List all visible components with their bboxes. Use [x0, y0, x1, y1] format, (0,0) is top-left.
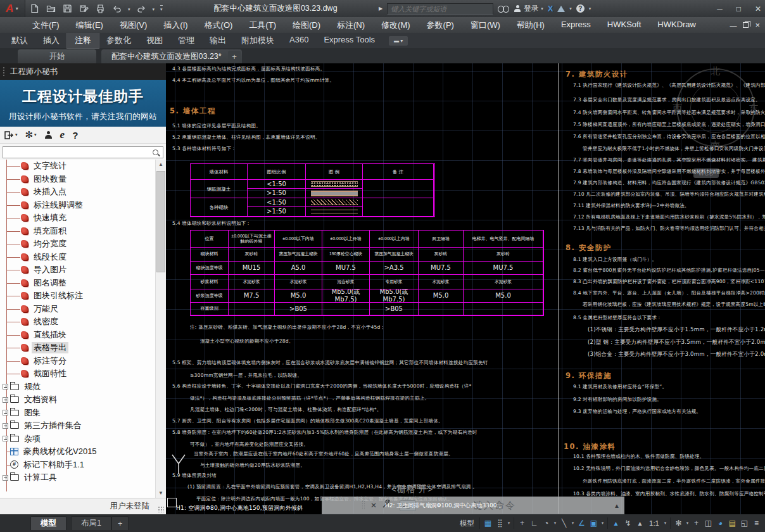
annotation-autoscale-icon[interactable]: ↯	[622, 516, 634, 530]
menu-item[interactable]: 文件(F)	[24, 18, 68, 33]
separator[interactable]	[607, 517, 608, 529]
model-tab[interactable]: 模型	[30, 516, 66, 530]
customize-qat-icon[interactable]: ▾	[160, 5, 163, 12]
ribbon-tab[interactable]: 插入	[35, 33, 67, 48]
expand-icon[interactable]	[3, 436, 8, 441]
new-file-icon[interactable]	[29, 3, 40, 14]
dynamic-input-icon[interactable]: +	[516, 516, 528, 530]
menu-item[interactable]: 格式(O)	[196, 18, 241, 33]
tree-item[interactable]: # 计算工具	[0, 471, 166, 484]
account-user-icon[interactable]	[44, 131, 53, 139]
palette-title[interactable]: 工程师小秘书	[0, 63, 166, 80]
close-button[interactable]: ✕	[755, 4, 761, 13]
menu-item[interactable]: 编辑(E)	[68, 18, 111, 33]
minimize-button[interactable]: ─	[717, 4, 723, 13]
resize-grip-icon[interactable]	[158, 506, 164, 512]
polar-tracking-icon[interactable]: ◔	[540, 516, 552, 530]
separator[interactable]	[670, 517, 671, 529]
menu-item[interactable]: 帮助(H)	[509, 18, 553, 33]
tree-item[interactable]: # 杂项	[0, 433, 166, 446]
hardware-accel-icon[interactable]: ◕	[714, 516, 726, 530]
ribbon-tab[interactable]: 输出	[202, 33, 234, 48]
menu-item[interactable]: 参数(P)	[419, 18, 462, 33]
tree-item[interactable]: # 导入图片	[0, 263, 166, 277]
palette-grip-icon[interactable]	[3, 66, 5, 77]
maximize-button[interactable]: □	[737, 4, 741, 13]
crosshair-icon[interactable]: +	[690, 516, 702, 530]
scroll-up-icon[interactable]: ▲	[156, 160, 166, 169]
expand-icon[interactable]	[3, 423, 8, 429]
annotation-scale-value[interactable]: 1:1	[646, 516, 662, 530]
tree-item[interactable]: # 填充面积	[0, 225, 166, 238]
expand-search-icon[interactable]: ▶	[379, 6, 382, 11]
tree-item[interactable]: # 截面特性	[0, 367, 166, 381]
menu-item[interactable]: 标注(N)	[329, 18, 373, 33]
plot-icon[interactable]	[95, 3, 106, 14]
menu-item[interactable]: 插入(I)	[155, 18, 196, 33]
scroll-down-icon[interactable]: ▼	[156, 488, 166, 498]
doc-restore-button[interactable]	[743, 22, 749, 28]
expand-icon[interactable]	[3, 384, 8, 390]
ribbon-tab[interactable]: 参数化	[99, 33, 139, 48]
new-drawing-tab-button[interactable]: +	[228, 51, 241, 62]
tree-item[interactable]: # 图集	[0, 407, 166, 420]
tree-item[interactable]: # 第三方插件集合	[0, 419, 166, 433]
redo-caret-icon[interactable]: ▾	[153, 6, 155, 12]
ribbon-tab[interactable]: 附加模块	[234, 33, 282, 48]
grid-icon[interactable]: ▦	[482, 516, 494, 530]
polar-caret-icon[interactable]: ▾	[552, 516, 558, 530]
tree-item[interactable]: # 直线插块	[0, 329, 166, 342]
dock-grip-icon[interactable]	[362, 500, 365, 510]
layout1-tab[interactable]: 布局1	[71, 516, 111, 530]
isodraft-caret-icon[interactable]: ▾	[570, 516, 576, 530]
sign-in-button[interactable]: 登录 ▾	[514, 4, 543, 13]
ribbon-tab[interactable]: A360	[282, 33, 316, 48]
expand-icon[interactable]	[3, 410, 8, 415]
tree-item[interactable]: # 标记下料助手1.1	[0, 459, 166, 472]
menu-item[interactable]: 修改(M)	[373, 18, 419, 33]
menu-item[interactable]: 视图(V)	[111, 18, 155, 33]
scrollbar-thumb[interactable]	[156, 171, 165, 272]
login-icon[interactable]: ▾	[4, 130, 18, 140]
separator[interactable]	[479, 517, 480, 529]
redo-icon[interactable]	[136, 3, 147, 14]
menu-item[interactable]: 工具(T)	[241, 18, 284, 33]
tree-item[interactable]: # 万能尺	[0, 303, 166, 316]
tree-item[interactable]: # 图名调整	[0, 277, 166, 290]
save-icon[interactable]	[62, 3, 73, 14]
expand-icon[interactable]	[3, 475, 8, 481]
tree-item[interactable]: # 块插入点	[0, 186, 166, 199]
tree-item[interactable]: # 图块引线标注	[0, 289, 166, 303]
tree-item[interactable]: # 快速填充	[0, 212, 166, 225]
tree-item[interactable]: # 豪典线材优化V2015	[0, 445, 166, 459]
object-snap-icon[interactable]: ▣	[588, 516, 600, 530]
tree-item[interactable]: # 图块数量	[0, 173, 166, 186]
undo-caret-icon[interactable]: ▾	[128, 6, 130, 12]
menu-item[interactable]: 窗口(W)	[462, 18, 509, 33]
a360-caret-icon[interactable]: ▾	[569, 6, 572, 11]
snap-caret-icon[interactable]: ▾	[506, 516, 512, 530]
workspace-caret-icon[interactable]: ▾	[685, 516, 690, 530]
help-icon[interactable]: ?	[576, 4, 585, 13]
a360-icon[interactable]	[557, 6, 565, 12]
isolate-objects-icon[interactable]: ◫	[702, 516, 714, 530]
new-layout-button[interactable]: +	[111, 516, 129, 530]
palette-help-icon[interactable]: ?	[72, 130, 78, 141]
workspace-gear-icon[interactable]: ✻	[673, 516, 685, 530]
ribbon-tab[interactable]: 管理	[170, 33, 202, 48]
osnap-caret-icon[interactable]: ▾	[600, 516, 605, 530]
ribbon-tab[interactable]: Express Tools	[316, 33, 382, 48]
help-search-input[interactable]	[387, 3, 493, 15]
annotation-scale-icon[interactable]: ▴	[634, 516, 646, 530]
clean-screen-icon[interactable]: ▤	[726, 516, 738, 530]
tree-item[interactable]: # 均分宽度	[0, 238, 166, 251]
ortho-icon[interactable]: ∟	[528, 516, 540, 530]
tree-item[interactable]: # 线密度	[0, 315, 166, 329]
tree-item[interactable]: # 规范	[0, 381, 166, 394]
menu-item[interactable]: HWKDraw	[649, 18, 704, 33]
autocad-logo-button[interactable]: A ▼	[0, 0, 25, 17]
isodraft-icon[interactable]: ╲	[558, 516, 570, 530]
tree-item[interactable]: # 文字统计	[0, 160, 166, 173]
doc-minimize-button[interactable]: —	[730, 22, 737, 29]
menu-item[interactable]: HWKSoft	[599, 18, 649, 33]
